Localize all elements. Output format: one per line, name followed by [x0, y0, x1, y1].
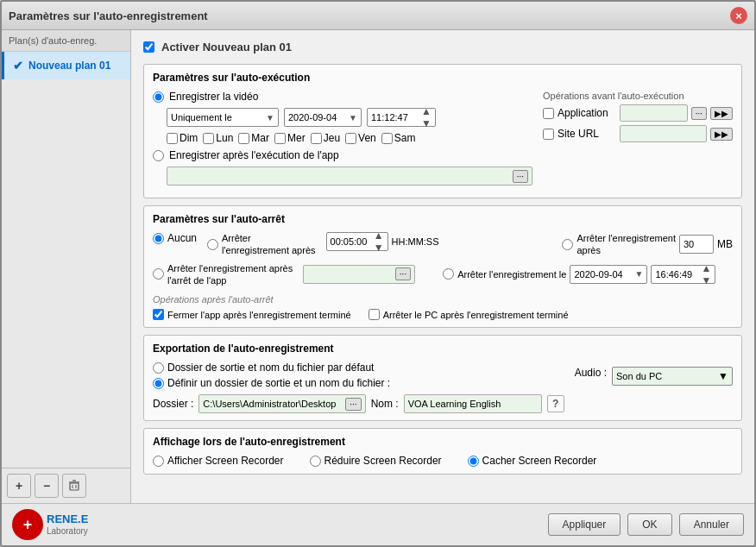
audio-dropdown[interactable]: Son du PC ▼: [612, 367, 733, 386]
display-title: Affichage lors de l'auto-enregistrement: [153, 436, 733, 448]
day-dim-checkbox[interactable]: [167, 133, 178, 144]
default-folder-radio[interactable]: [153, 362, 164, 374]
mb-input[interactable]: 30: [679, 235, 714, 254]
stop-after-app-option: Arrêter l'enregistrement aprèsl'arrêt de…: [153, 262, 293, 287]
remove-plan-button[interactable]: −: [35, 474, 59, 498]
audio-value: Son du PC: [616, 371, 718, 381]
ops-before-label: Opérations avant l'auto-exécution: [543, 91, 733, 101]
apply-button[interactable]: Appliquer: [548, 513, 621, 536]
sidebar-item-plan1[interactable]: ✔ Nouveau plan 01: [2, 52, 130, 79]
after-app-radio[interactable]: [153, 150, 164, 161]
name-help-button[interactable]: ?: [547, 395, 564, 412]
hide-label: Cacher Screen Recorder: [482, 455, 597, 467]
delete-plan-button[interactable]: [62, 474, 86, 498]
stop-at-date-radio[interactable]: [443, 268, 454, 280]
stop-time-value: 00:05:00: [331, 236, 372, 247]
stop-date-arrow-icon: ▼: [634, 269, 643, 279]
day-mer: Mer: [274, 132, 306, 144]
app-label: Application: [558, 107, 616, 119]
dialog-title: Paramètres sur l'auto-enregistrement: [9, 9, 208, 22]
stop-at-date-option: Arrêter l'enregistrement le 2020-09-04 ▼…: [443, 265, 715, 284]
content-area: Activer Nouveau plan 01 Paramètres sur l…: [131, 30, 754, 503]
plan-enable-checkbox[interactable]: [143, 41, 154, 53]
day-dim-label: Dim: [180, 132, 198, 144]
mb-label: MB: [717, 238, 733, 250]
display-options: Afficher Screen Recorder Réduire Screen …: [153, 455, 733, 467]
hide-radio[interactable]: [468, 456, 479, 467]
day-mar-checkbox[interactable]: [238, 133, 249, 144]
minimize-option: Réduire Screen Recorder: [310, 455, 442, 467]
stop-none-radio[interactable]: [153, 233, 164, 244]
start-date-input[interactable]: 2020-09-04 ▼: [284, 108, 362, 127]
stop-after-mb-radio[interactable]: [562, 239, 573, 250]
day-ven-checkbox[interactable]: [345, 133, 356, 144]
trash-icon: [68, 480, 80, 492]
name-value: VOA Learning English: [408, 399, 538, 409]
name-field[interactable]: VOA Learning English: [404, 394, 542, 413]
close-button[interactable]: ×: [730, 7, 747, 24]
stop-pc-checkbox[interactable]: [369, 309, 380, 320]
site-ops-row: Site URL ▶▶: [543, 125, 733, 142]
stop-pc-option: Arrêter le PC après l'enregistrement ter…: [369, 309, 569, 320]
stop-after-time-radio[interactable]: [207, 239, 218, 250]
stop-at-label: Arrêter l'enregistrement le: [457, 269, 566, 280]
app-arrow-button[interactable]: ▶▶: [710, 107, 733, 120]
stop-after-time-option: Arrêterl'enregistrement après: [207, 232, 316, 257]
stop-after-app-radio[interactable]: [153, 268, 164, 280]
stop-time-row: 00:05:00 ▲▼ HH:MM:SS: [326, 232, 439, 251]
stop-after-mb-label: Arrêter l'enregistrementaprès: [576, 232, 676, 257]
custom-folder-radio[interactable]: [153, 378, 164, 389]
logo-text: RENE.E Laboratory: [47, 512, 88, 537]
show-radio[interactable]: [153, 456, 164, 467]
stop-time-at-spin-icon[interactable]: ▲▼: [702, 262, 712, 286]
folder-field[interactable]: C:\Users\Administrator\Desktop ···: [198, 394, 365, 413]
title-bar: Paramètres sur l'auto-enregistrement ×: [2, 2, 754, 30]
record-video-label: Enregistrer la vidéo: [169, 91, 258, 103]
cancel-button[interactable]: Annuler: [679, 513, 744, 536]
stop-after-mb-option: Arrêter l'enregistrementaprès 30 MB: [562, 232, 733, 257]
day-sam-checkbox[interactable]: [381, 133, 393, 144]
day-mer-checkbox[interactable]: [274, 133, 286, 144]
export-left: Exportation de l'auto-enregistrement Dos…: [153, 343, 564, 413]
app-browse-button[interactable]: ···: [691, 107, 707, 120]
schedule-row: Uniquement le ▼ 2020-09-04 ▼ 11:12:47 ▲▼: [167, 108, 532, 127]
main-content: Plan(s) d'auto-enreg. ✔ Nouveau plan 01 …: [2, 30, 754, 503]
logo-sub: Laboratory: [47, 526, 88, 537]
custom-folder-row: Définir un dossier de sortie et un nom d…: [153, 377, 564, 389]
day-jeu-checkbox[interactable]: [311, 133, 322, 144]
stop-pc-label: Arrêter le PC après l'enregistrement ter…: [383, 310, 569, 320]
site-ops-checkbox[interactable]: [543, 129, 554, 140]
close-app-checkbox[interactable]: [153, 309, 164, 320]
stop-time-at-input[interactable]: 16:46:49 ▲▼: [651, 265, 715, 284]
logo-icon: +: [12, 509, 43, 540]
hhmm-label: HH:MM:SS: [392, 236, 439, 247]
frequency-dropdown[interactable]: Uniquement le ▼: [167, 108, 279, 127]
close-app-label: Fermer l'app après l'enregistrement term…: [167, 310, 351, 320]
start-time-input[interactable]: 11:12:47 ▲▼: [367, 108, 436, 127]
stop-time-spin-icon[interactable]: ▲▼: [374, 229, 384, 254]
after-app-browse-button[interactable]: ···: [513, 170, 528, 183]
stop-after-app-label: Arrêter l'enregistrement aprèsl'arrêt de…: [167, 262, 293, 287]
minimize-radio[interactable]: [310, 456, 321, 467]
day-ven: Ven: [345, 132, 376, 144]
ok-button[interactable]: OK: [627, 513, 671, 536]
time-spin-icon[interactable]: ▲▼: [421, 105, 432, 129]
folder-path-row: Dossier : C:\Users\Administrator\Desktop…: [153, 394, 564, 413]
record-video-radio[interactable]: [153, 91, 164, 103]
day-lun-checkbox[interactable]: [203, 133, 214, 144]
site-arrow-button[interactable]: ▶▶: [710, 128, 733, 141]
app-ops-checkbox[interactable]: [543, 108, 554, 119]
audio-dropdown-arrow-icon: ▼: [718, 370, 728, 382]
stop-time-at-value: 16:46:49: [655, 269, 699, 280]
add-plan-button[interactable]: +: [7, 474, 31, 498]
default-folder-label: Dossier de sortie et nom du fichier par …: [167, 362, 374, 374]
folder-browse-button[interactable]: ···: [345, 398, 361, 411]
day-dim: Dim: [167, 132, 198, 144]
stop-date-input[interactable]: 2020-09-04 ▼: [570, 265, 647, 284]
stop-time-input[interactable]: 00:05:00 ▲▼: [326, 232, 388, 251]
stop-after-app-field: ···: [303, 265, 415, 284]
export-title: Exportation de l'auto-enregistrement: [153, 343, 564, 355]
footer-logo: + RENE.E Laboratory: [12, 509, 88, 540]
sidebar-item-label: Nouveau plan 01: [28, 60, 110, 72]
stop-app-browse-button[interactable]: ···: [395, 267, 411, 280]
